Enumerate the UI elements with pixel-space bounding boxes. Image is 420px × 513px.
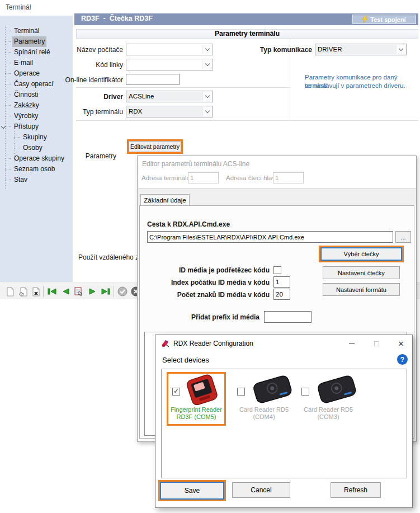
index-label: Index počátku ID média v kódu [138,277,270,288]
chevron-down-icon[interactable] [396,45,405,54]
comm-type-label: Typ komunikace [246,44,312,55]
lightning-icon [362,16,367,23]
device-label-rd5-com3[interactable]: Card Reader RD5 (COM3) [295,406,361,421]
test-connection-button[interactable]: Test spojení [352,15,416,24]
computer-name-combo[interactable] [126,44,213,55]
prefix-input[interactable] [264,311,312,323]
device-list: Fingerprint Reader RD3F (COM5) Card Read… [161,369,407,478]
index-input[interactable] [273,276,290,288]
terminal-address-input[interactable] [188,172,219,183]
substring-checkbox[interactable] [273,266,281,274]
head-address-input[interactable] [273,172,304,183]
chevron-down-icon[interactable] [202,92,212,101]
first-record-icon[interactable] [46,286,58,297]
line-code-combo[interactable] [126,59,213,70]
sidebar-item-operace-skupiny[interactable]: Operace skupiny [0,153,73,164]
device-checkbox-rd5-com3[interactable] [301,388,309,396]
select-reader-button[interactable]: Výběr čtečky [320,247,402,261]
rdx-reader-dialog: RDX Reader Configuration ✕ Select device… [155,335,413,508]
edit-record-icon[interactable] [17,286,29,297]
chevron-down-icon[interactable] [202,60,212,69]
terminal-type-combo[interactable]: RDX [126,106,213,117]
record-header-bar: RD3F - Čtečka RD3F Test spojení [74,13,418,25]
online-id-label: On-line identifikátor [34,74,123,86]
dialog-title: RDX Reader Configuration [173,340,253,347]
device-label-rd5-com4[interactable]: Card Reader RD5 (COM4) [231,406,297,421]
driver-label: Driver [34,91,123,102]
browse-records-icon[interactable] [73,286,84,297]
tab-zakladni-udaje[interactable]: Základní údaje [140,194,190,206]
accept-icon[interactable] [117,286,128,297]
chevron-down-icon[interactable] [202,45,212,54]
count-input[interactable] [273,289,290,300]
minimize-icon [349,343,355,344]
application-window: Terminál Terminál Parametry Spínání relé… [0,0,420,513]
sidebar-item-pristupy[interactable]: Přístupy [0,121,73,132]
card-reader-image[interactable] [311,373,362,405]
online-id-input[interactable] [126,74,180,85]
sidebar-item-seznam-osob[interactable]: Seznam osob [0,164,73,175]
terminal-address-label: Adresa terminálu [141,175,190,181]
comm-type-combo[interactable]: DRIVER [315,44,407,55]
last-record-icon[interactable] [100,286,111,297]
toolbar-separator [43,286,44,297]
sidebar-item-skupiny[interactable]: Skupiny [0,132,73,143]
count-label: Počet znaků ID média v kódu [138,289,270,300]
device-checkbox-rd5-com4[interactable] [237,388,245,396]
select-devices-label: Select devices [162,356,209,364]
chevron-down-icon[interactable] [1,124,6,129]
terminal-type-label: Typ terminálu [34,106,123,117]
select-reader-highlight: Výběr čtečky [319,246,404,262]
sidebar-item-osoby[interactable]: Osoby [0,143,73,153]
help-icon[interactable]: ? [397,354,408,365]
prefix-label: Přidat prefix id média [138,312,259,323]
save-button[interactable]: Save [160,482,224,500]
new-record-icon[interactable] [4,286,16,297]
format-settings-button[interactable]: Nastavení formátu [323,283,400,296]
prior-record-icon[interactable] [60,286,71,297]
maximize-button[interactable] [364,335,389,352]
line-code-label: Kód linky [34,59,123,70]
remote-device-label: Použít vzdáleného z [78,252,138,263]
head-address-label: Adresa čtecí hlavy [226,175,279,181]
driver-combo[interactable]: ACSLine [126,91,213,102]
maximize-icon [374,341,379,346]
card-reader-image[interactable] [247,373,298,405]
divider [76,120,418,121]
window-menu-label[interactable]: Terminál [6,3,31,11]
delete-record-icon[interactable] [30,286,41,297]
parameters-label: Parametry [66,150,116,162]
edit-params-button[interactable]: Editovat parametry [129,141,181,152]
next-record-icon[interactable] [87,286,98,297]
close-button[interactable]: ✕ [389,335,413,352]
cancel-button[interactable]: Cancel [232,482,290,498]
device-label-rd3f[interactable]: Fingerprint Reader RD3F (COM5) [166,406,226,421]
reader-settings-button[interactable]: Nastavení čtečky [323,266,400,279]
divider [76,87,290,88]
fingerprint-reader-image[interactable] [182,374,221,405]
rdx-app-icon [161,339,170,348]
browse-button[interactable]: ... [395,231,411,243]
page-title: RD3F - Čtečka RD3F [81,15,153,22]
section-header: Parametry terminálu [76,29,418,39]
sidebar-item-terminal[interactable]: Terminál [0,26,73,36]
path-label: Cesta k RDX.API.Cmd.exe [147,219,230,230]
device-checkbox-rd3f[interactable] [172,388,180,396]
edit-params-highlight: Editovat parametry [127,139,183,154]
toolbar-separator [114,286,114,297]
sidebar-tree: Terminál Parametry Spínání relé E-mail O… [0,16,73,282]
editor-title: Editor parametrů terminálu ACS-line [142,160,249,168]
chevron-down-icon[interactable] [202,107,212,116]
refresh-button[interactable]: Refresh [331,482,381,498]
substring-label: ID média je podřetězec kódu [138,265,270,276]
save-highlight: Save [158,480,226,501]
comm-hint-line2: se nastavují v parametrech driveru. [305,82,405,90]
path-input[interactable] [147,231,393,243]
minimize-button[interactable] [339,335,364,352]
sidebar-item-stav[interactable]: Stav [0,175,73,185]
computer-name-label: Název počítače [34,44,123,55]
